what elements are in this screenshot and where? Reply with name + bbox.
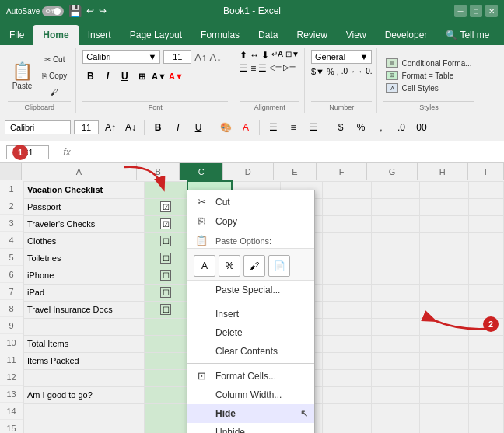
cell-a2[interactable]: Passport [24,198,145,215]
tab-developer[interactable]: Developer [376,25,437,45]
cell-g2[interactable] [371,198,420,215]
fr-font-color[interactable]: A [237,119,254,136]
cell-f1[interactable] [323,181,372,198]
row-num-14[interactable]: 14 [0,403,23,420]
cell-f6[interactable] [323,267,372,284]
cell-b3[interactable]: ☑ [144,215,187,232]
align-center-icon[interactable]: ≡ [250,63,256,74]
ctx-hide[interactable]: Hide ↖ [187,404,314,423]
maximize-button[interactable]: □ [470,5,482,17]
cell-a4[interactable]: Clothes [24,232,145,250]
cell-i8[interactable] [468,301,503,318]
col-header-h[interactable]: H [418,163,468,180]
cell-h10[interactable] [420,335,469,352]
cell-g9[interactable] [371,318,420,335]
bold-button[interactable]: B [82,68,98,84]
save-icon[interactable]: 💾 [68,5,82,17]
underline-button[interactable]: U [117,68,132,84]
ctx-cut[interactable]: ✂ Cut [187,192,314,211]
checkbox-b4[interactable]: ☐ [160,236,171,246]
redo-icon[interactable]: ↪ [99,5,107,16]
cell-a14[interactable] [24,403,145,421]
cell-b11[interactable] [144,352,187,369]
fr-increase-font[interactable]: A↑ [102,119,119,136]
font-color-button[interactable]: A▼ [168,68,184,84]
row-num-11[interactable]: 11 [0,351,23,368]
close-button[interactable]: ✕ [485,5,498,17]
cell-h15[interactable] [420,421,469,433]
cell-a5[interactable]: Toiletries [24,250,145,267]
cell-i9[interactable] [468,318,503,335]
number-format-selector[interactable]: General ▼ [311,50,373,64]
cell-b9[interactable] [144,318,187,335]
cell-g4[interactable] [371,232,420,250]
col-header-i[interactable]: I [468,163,504,180]
tab-page-layout[interactable]: Page Layout [121,25,191,45]
cell-a6[interactable]: iPhone [24,267,145,284]
cell-g11[interactable] [371,352,420,369]
checkbox-b5[interactable]: ☐ [160,253,171,264]
checkbox-b2[interactable]: ☑ [160,201,171,212]
checkbox-b7[interactable]: ☐ [160,287,171,298]
cell-f11[interactable] [323,352,372,369]
cell-b12[interactable] [144,369,187,386]
cell-f7[interactable] [323,284,372,301]
cell-b15[interactable] [144,421,187,433]
cell-b7[interactable]: ☐ [144,284,187,301]
cell-g13[interactable] [371,386,420,403]
cell-a1[interactable]: Vacation Checklist [24,181,145,198]
cell-a7[interactable]: iPad [24,284,145,301]
decrease-indent-icon[interactable]: ◁═ [269,63,281,74]
row-num-8[interactable]: 8 [0,300,23,317]
cell-h6[interactable] [420,267,469,284]
cell-f4[interactable] [323,232,372,250]
fr-currency[interactable]: $ [332,119,349,136]
wrap-text-icon[interactable]: ↵A [271,50,283,61]
cell-g8[interactable] [371,301,420,318]
cell-b14[interactable] [144,403,187,421]
cell-a9[interactable] [24,318,145,335]
format-as-table-button[interactable]: ⊞ Format = Table [383,70,474,81]
fr-percent[interactable]: % [352,119,369,136]
cell-g7[interactable] [371,284,420,301]
align-top-icon[interactable]: ⬆ [240,50,247,61]
cell-g1[interactable] [371,181,420,198]
fr-size-selector[interactable]: 11 [74,120,99,134]
col-header-c[interactable]: C [180,163,223,180]
cell-b6[interactable]: ☐ [144,267,187,284]
row-num-12[interactable]: 12 [0,368,23,386]
cell-f8[interactable] [323,301,372,318]
ctx-clear-contents[interactable]: Clear Contents [187,342,314,361]
tab-file[interactable]: File [0,25,33,45]
font-size-selector[interactable]: 11 [163,50,191,64]
row-num-3[interactable]: 3 [0,215,23,232]
col-header-e[interactable]: E [274,163,317,180]
cell-h12[interactable] [420,369,469,386]
cell-h14[interactable] [420,403,469,421]
col-header-g[interactable]: G [367,163,418,180]
fr-font-selector[interactable]: Calibri [5,120,71,134]
ctx-column-width[interactable]: Column Width... [187,386,314,404]
decrease-decimal-icon[interactable]: ←0. [358,67,372,76]
cell-i3[interactable] [468,215,503,232]
tab-view[interactable]: View [337,25,376,45]
cell-i11[interactable] [468,352,503,369]
cell-f9[interactable] [323,318,372,335]
ctx-delete[interactable]: Delete [187,323,314,342]
cell-h7[interactable] [420,284,469,301]
formula-input[interactable] [78,146,501,159]
increase-font-icon[interactable]: A↑ [194,51,206,63]
cell-h5[interactable] [420,250,469,267]
tab-formulas[interactable]: Formulas [191,25,249,45]
conditional-format-button[interactable]: ▤ Conditional Forma... [383,58,474,68]
paste-btn-4[interactable]: 📄 [268,255,290,277]
row-num-6[interactable]: 6 [0,266,23,283]
cell-h1[interactable] [420,181,469,198]
cell-b2[interactable]: ☑ [144,198,187,215]
cell-f5[interactable] [323,250,372,267]
italic-button[interactable]: I [100,68,115,84]
tab-home[interactable]: Home [33,25,78,45]
tab-tell-me[interactable]: 🔍 Tell me [436,25,499,45]
align-middle-icon[interactable]: ↔ [250,50,259,61]
cell-h11[interactable] [420,352,469,369]
